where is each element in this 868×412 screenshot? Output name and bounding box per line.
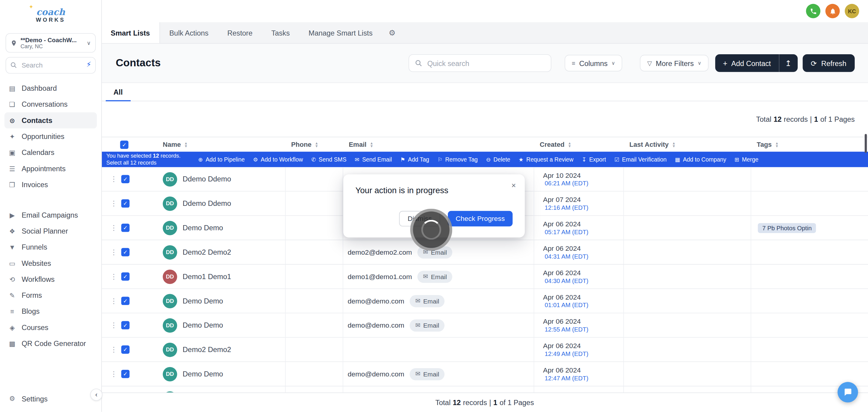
action-delete[interactable]: ⊖Delete xyxy=(486,156,510,163)
quick-search-input[interactable] xyxy=(426,59,545,68)
tab-bulk-actions[interactable]: Bulk Actions xyxy=(160,22,218,43)
tab-smart-lists[interactable]: Smart Lists xyxy=(101,22,160,43)
column-label: Email xyxy=(349,141,367,149)
select-all-link[interactable]: Select all 12 records xyxy=(106,159,190,166)
action-add-to-company[interactable]: ▦Add to Company xyxy=(675,156,726,163)
chat-widget-button[interactable] xyxy=(838,382,858,402)
sidebar-item-appointments[interactable]: ☰Appointments xyxy=(0,161,101,177)
tab-settings-gear-icon[interactable]: ⚙ xyxy=(382,22,402,43)
row-checkbox[interactable]: ✓ xyxy=(121,273,130,281)
tab-tasks[interactable]: Tasks xyxy=(262,22,299,43)
location-switcher[interactable]: **Demo - CoachW... Cary, NC ∨ xyxy=(5,33,96,53)
tab-all[interactable]: All xyxy=(106,85,130,101)
sidebar-item-workflows[interactable]: ⟲Workflows xyxy=(0,271,101,287)
check-progress-button[interactable]: Check Progress xyxy=(448,211,513,226)
user-avatar[interactable]: KC xyxy=(845,4,859,19)
action-email-verification[interactable]: ☑Email Verification xyxy=(614,156,667,163)
column-header-last-activity[interactable]: Last Activity▲▼ xyxy=(624,141,751,149)
sidebar-item-contacts[interactable]: ⊙Contacts xyxy=(4,113,97,128)
sidebar-item-qr-code-generator[interactable]: ▩QR Code Generator xyxy=(0,336,101,351)
drag-handle-icon[interactable]: ⋮ xyxy=(110,370,115,378)
import-contacts-button[interactable]: ↥ xyxy=(778,54,797,72)
column-header-email[interactable]: Email▲▼ xyxy=(343,141,534,149)
contact-name[interactable]: Demo Demo xyxy=(183,321,223,329)
contact-name[interactable]: Ddemo Ddemo xyxy=(183,175,231,183)
scrollbar-thumb[interactable] xyxy=(865,134,867,153)
action-remove-tag[interactable]: ⚐Remove Tag xyxy=(438,156,478,163)
created-time: 12:47 AM (EDT) xyxy=(543,375,588,381)
drag-handle-icon[interactable]: ⋮ xyxy=(110,175,115,183)
drag-handle-icon[interactable]: ⋮ xyxy=(110,321,115,329)
row-checkbox[interactable]: ✓ xyxy=(121,248,130,256)
sidebar-item-opportunities[interactable]: ✦Opportunities xyxy=(0,128,101,145)
contact-name[interactable]: Demo1 Demo1 xyxy=(183,273,231,281)
sidebar-item-dashboard[interactable]: ▤Dashboard xyxy=(0,80,101,96)
action-send-sms[interactable]: ✆Send SMS xyxy=(311,156,347,163)
action-add-to-workflow[interactable]: ⚙Add to Workflow xyxy=(253,156,303,163)
sidebar-collapse-button[interactable]: ‹ xyxy=(90,388,102,401)
columns-button[interactable]: ≡ Columns ∨ xyxy=(564,55,622,71)
email-button[interactable]: ✉Email xyxy=(410,295,445,307)
row-checkbox[interactable]: ✓ xyxy=(121,224,130,232)
tag[interactable]: 7 Pb Photos Optin xyxy=(758,223,816,233)
contact-name[interactable]: Demo Demo xyxy=(183,370,223,378)
sidebar-item-courses[interactable]: ◈Courses xyxy=(0,319,101,336)
tab-manage-smart-lists[interactable]: Manage Smart Lists xyxy=(299,22,382,43)
tab-restore[interactable]: Restore xyxy=(218,22,262,43)
drag-handle-icon[interactable]: ⋮ xyxy=(110,224,115,232)
phone-icon[interactable] xyxy=(806,4,820,19)
drag-handle-icon[interactable]: ⋮ xyxy=(110,273,115,281)
column-header-tags[interactable]: Tags▲▼ xyxy=(751,141,868,149)
close-icon[interactable]: × xyxy=(512,181,516,190)
sidebar-item-social-planner[interactable]: ❖Social Planner xyxy=(0,223,101,239)
row-checkbox[interactable]: ✓ xyxy=(121,321,130,329)
action-add-tag[interactable]: ⚑Add Tag xyxy=(400,156,429,163)
action-request-a-review[interactable]: ★Request a Review xyxy=(519,156,574,163)
drag-handle-icon[interactable]: ⋮ xyxy=(110,345,115,354)
page-header: Contacts ≡ Columns ∨ ▽ More Filters ∨ + xyxy=(101,44,868,83)
sidebar-item-forms[interactable]: ✎Forms xyxy=(0,287,101,303)
sidebar-item-settings[interactable]: ⚙ Settings xyxy=(0,388,101,408)
select-all-checkbox[interactable]: ✓ xyxy=(120,140,129,149)
more-filters-button[interactable]: ▽ More Filters ∨ xyxy=(640,55,709,71)
contact-name[interactable]: Demo2 Demo2 xyxy=(183,248,231,256)
add-contact-button[interactable]: + Add Contact xyxy=(715,54,779,72)
row-checkbox[interactable]: ✓ xyxy=(121,175,130,183)
row-checkbox[interactable]: ✓ xyxy=(121,199,130,208)
action-merge[interactable]: ⊞Merge xyxy=(735,156,758,163)
table-footer: Total 12 records | 1 of 1 Pages xyxy=(101,392,868,412)
row-phone-cell xyxy=(286,289,343,313)
action-export[interactable]: ↧Export xyxy=(582,156,606,163)
launchpad-icon[interactable] xyxy=(826,4,840,19)
email-button[interactable]: ✉Email xyxy=(417,271,453,282)
sidebar-item-blogs[interactable]: ≡Blogs xyxy=(0,304,101,319)
sidebar-item-funnels[interactable]: ▼Funnels xyxy=(0,239,101,255)
drag-handle-icon[interactable]: ⋮ xyxy=(110,199,115,208)
column-header-name[interactable]: Name▲▼ xyxy=(161,141,286,149)
row-checkbox[interactable]: ✓ xyxy=(121,370,130,378)
refresh-button[interactable]: ⟳ Refresh xyxy=(802,54,855,72)
column-header-created[interactable]: Created▲▼ xyxy=(534,141,624,149)
action-add-to-pipeline[interactable]: ⊕Add to Pipeline xyxy=(198,156,245,163)
contact-name[interactable]: Demo Demo xyxy=(183,296,223,305)
row-checkbox[interactable]: ✓ xyxy=(121,296,130,305)
email-button[interactable]: ✉Email xyxy=(410,319,445,331)
drag-handle-icon[interactable]: ⋮ xyxy=(110,248,115,256)
contact-name[interactable]: Demo2 Demo2 xyxy=(183,345,231,354)
email-button[interactable]: ✉Email xyxy=(410,368,445,380)
drag-handle-icon[interactable]: ⋮ xyxy=(110,296,115,305)
sidebar-item-conversations[interactable]: ❏Conversations xyxy=(0,96,101,113)
sidebar-item-websites[interactable]: ▭Websites xyxy=(0,255,101,271)
column-header-phone[interactable]: Phone▲▼ xyxy=(286,141,343,149)
sidebar-item-email-campaigns[interactable]: ▶Email Campaigns xyxy=(0,207,101,223)
action-send-email[interactable]: ✉Send Email xyxy=(355,156,392,163)
sidebar-item-invoices[interactable]: ❒Invoices xyxy=(0,177,101,193)
contact-name[interactable]: Demo Demo xyxy=(183,224,223,232)
row-checkbox[interactable]: ✓ xyxy=(121,345,130,354)
sidebar-item-label: Calendars xyxy=(22,148,55,157)
contact-name[interactable]: Ddemo Ddemo xyxy=(183,199,231,208)
sidebar-item-calendars[interactable]: ▣Calendars xyxy=(0,145,101,160)
search-input[interactable] xyxy=(5,57,96,73)
columns-icon: ≡ xyxy=(572,60,575,66)
footer-records-label: records xyxy=(463,399,487,407)
